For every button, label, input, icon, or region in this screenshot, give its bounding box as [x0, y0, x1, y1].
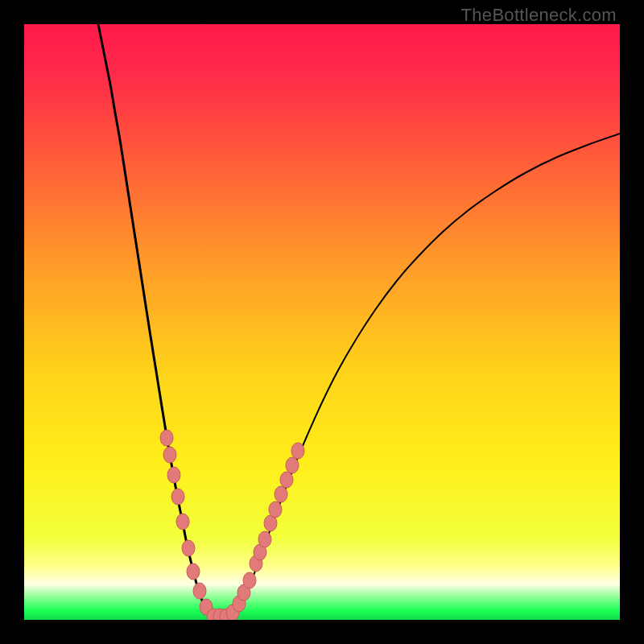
marker-right: [286, 457, 299, 473]
marker-left: [163, 447, 176, 463]
marker-right: [243, 572, 256, 588]
marker-left: [176, 514, 189, 530]
marker-right: [280, 472, 293, 488]
right-curve-line: [223, 134, 620, 619]
chart-svg: [24, 24, 620, 620]
marker-left: [167, 467, 180, 483]
marker-left: [182, 540, 195, 556]
chart-outer-frame: TheBottleneck.com: [0, 0, 644, 644]
marker-left: [171, 489, 184, 505]
marker-right: [269, 502, 282, 518]
marker-left: [160, 430, 173, 446]
marker-right: [291, 443, 304, 459]
left-curve-line: [98, 24, 223, 619]
watermark-text: TheBottleneck.com: [461, 5, 617, 26]
marker-left: [193, 583, 206, 599]
marker-right: [275, 486, 287, 502]
plot-area: [24, 24, 620, 620]
data-markers-group: [160, 430, 304, 620]
marker-right: [258, 531, 271, 547]
marker-left: [187, 564, 200, 580]
